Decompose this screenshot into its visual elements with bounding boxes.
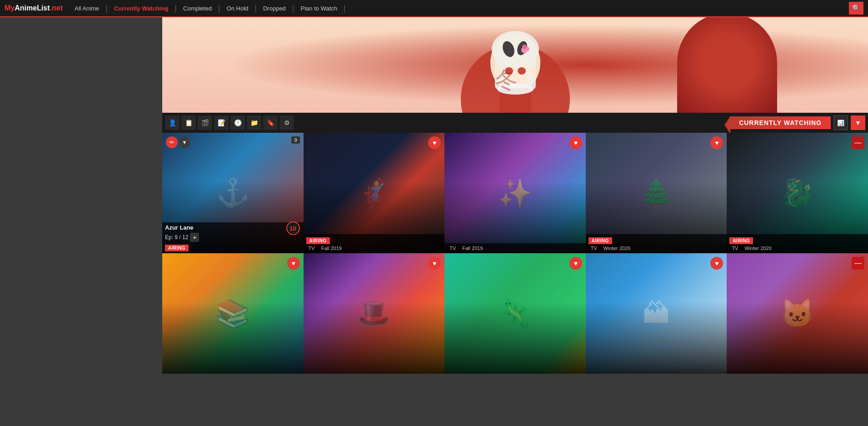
- card-overlay: [444, 133, 586, 253]
- toolbar-strip: 👤 📋 🎬 📝 🕐 📁 🔖 ⚙ CURRENTLY WATCHING 📊 ▼: [162, 113, 868, 133]
- nav-on-hold[interactable]: On Hold: [223, 5, 252, 12]
- episode-progress: Ep: 9 / 12: [165, 234, 188, 241]
- logo-my: My: [5, 4, 15, 12]
- page-layout: 冬 👤 📋 🎬 📝 🕐 📁 🔖 ⚙ CURRENTLY WATCHING 📊: [0, 17, 868, 426]
- svg-point-7: [529, 66, 536, 75]
- type-badge: TV: [729, 245, 740, 251]
- card-bottom-info: AIRING TV Fall 2019: [304, 234, 445, 253]
- toolbar-icons: 👤 📋 🎬 📝 🕐 📁 🔖 ⚙: [165, 115, 294, 130]
- toolbar-user-btn[interactable]: 👤: [165, 115, 180, 130]
- nav-currently-watching[interactable]: Currently Watching: [110, 5, 172, 12]
- anime-card[interactable]: 🐱 —: [727, 253, 868, 374]
- airing-badge: AIRING: [165, 245, 189, 251]
- meta-row: TV Winter 2020: [729, 245, 865, 251]
- toolbar-settings-btn[interactable]: ⚙: [279, 115, 294, 130]
- toolbar-right: CURRENTLY WATCHING 📊 ▼: [730, 115, 865, 130]
- status-row: AIRING: [306, 236, 442, 244]
- nav-sep-5: |: [292, 4, 294, 13]
- anime-card[interactable]: 📚 ♥: [162, 253, 304, 374]
- notification-badge: 9: [291, 136, 299, 144]
- favorite-button[interactable]: —: [852, 257, 864, 270]
- toolbar-folder-btn[interactable]: 📁: [247, 115, 261, 130]
- card-bottom-info: TV Fall 2019: [444, 243, 586, 253]
- card-overlay: [162, 253, 304, 374]
- favorite-button[interactable]: ♥: [569, 257, 582, 270]
- toolbar-filter-button[interactable]: ▼: [851, 115, 865, 130]
- card-overlay: [586, 253, 727, 374]
- anime-card[interactable]: 🦸 ♥ AIRING TV Fall 2019: [304, 133, 445, 253]
- nav-dropped[interactable]: Dropped: [259, 5, 289, 12]
- card-bottom-info: Azur Lane Ep: 9 / 12 + AIRING: [162, 222, 304, 253]
- card-overlay: [304, 253, 445, 374]
- favorite-button[interactable]: —: [852, 136, 864, 149]
- navbar-right: 🔍: [849, 2, 863, 15]
- status-row: AIRING: [589, 236, 724, 244]
- nav-sep-6: |: [344, 4, 346, 13]
- logo-anime: AnimeList: [15, 4, 50, 12]
- nav-sep-1: |: [105, 4, 108, 13]
- card-bottom-info: AIRING TV Winter 2020: [586, 234, 727, 253]
- status-row: AIRING: [165, 243, 301, 251]
- toolbar-list-btn[interactable]: 📋: [181, 115, 196, 130]
- season-badge: Fall 2019: [319, 245, 344, 251]
- status-row: AIRING: [729, 236, 865, 244]
- anime-card[interactable]: 🎩 ♥: [304, 253, 445, 374]
- anime-card[interactable]: 🏔 ♥: [586, 253, 727, 374]
- svg-text:冬: 冬: [495, 67, 518, 93]
- site-logo[interactable]: MyAnimeList.net: [5, 4, 63, 12]
- card-title-row: Azur Lane: [165, 224, 301, 232]
- banner-art: 冬: [424, 17, 606, 113]
- favorite-button[interactable]: ♥: [428, 257, 441, 270]
- season-badge: Winter 2020: [742, 245, 773, 251]
- logo-net: .net: [50, 4, 63, 12]
- toolbar-stats-button[interactable]: 📊: [833, 115, 848, 130]
- season-badge: Winter 2020: [601, 245, 633, 251]
- navbar: MyAnimeList.net All Anime | Currently Wa…: [0, 0, 868, 17]
- type-badge: TV: [447, 245, 458, 251]
- favorite-button[interactable]: ♥: [428, 136, 441, 149]
- toolbar-bookmark-btn[interactable]: 🔖: [263, 115, 278, 130]
- anime-card[interactable]: 🌲 ♥ AIRING TV Winter 2020: [586, 133, 727, 253]
- favorite-button[interactable]: ♥: [287, 257, 300, 270]
- stats-icon: 📊: [837, 120, 844, 126]
- nav-plan-to-watch[interactable]: Plan to Watch: [297, 5, 341, 12]
- score-circle: 10: [286, 221, 300, 235]
- card-title: Azur Lane: [165, 224, 194, 231]
- meta-row: TV Fall 2019: [447, 245, 583, 251]
- nav-completed[interactable]: Completed: [180, 5, 215, 12]
- toolbar-video-btn[interactable]: 🎬: [198, 115, 212, 130]
- anime-card[interactable]: 🦎 ♥: [444, 253, 586, 374]
- toolbar-history-btn[interactable]: 🕐: [230, 115, 245, 130]
- card-bottom-info: AIRING TV Winter 2020: [727, 234, 868, 253]
- dropdown-button[interactable]: ▼: [179, 136, 190, 148]
- search-icon: 🔍: [852, 4, 861, 12]
- anime-card[interactable]: ✨ ♥ TV Fall 2019: [444, 133, 586, 253]
- type-badge: TV: [306, 245, 317, 251]
- filter-icon: ▼: [855, 119, 861, 126]
- airing-badge: AIRING: [729, 237, 753, 244]
- favorite-button[interactable]: ♥: [569, 136, 582, 149]
- nav-all-anime[interactable]: All Anime: [71, 5, 103, 12]
- toolbar-notes-btn[interactable]: 📝: [214, 115, 229, 130]
- svg-point-14: [522, 45, 527, 49]
- airing-badge: AIRING: [306, 237, 330, 244]
- anime-grid: ⚓ ✏ ▼ 9 Azur Lane Ep: 9 / 12 + AIRING: [162, 133, 868, 374]
- search-button[interactable]: 🔍: [849, 2, 863, 15]
- type-badge: TV: [589, 245, 599, 251]
- card-overlay: [444, 253, 586, 374]
- nav-sep-3: |: [218, 4, 220, 13]
- edit-button[interactable]: ✏: [166, 136, 178, 148]
- currently-watching-label: CURRENTLY WATCHING: [730, 116, 831, 129]
- episode-add-button[interactable]: +: [190, 233, 199, 242]
- profile-banner: 冬: [162, 17, 868, 113]
- meta-row: TV Fall 2019: [306, 245, 442, 251]
- anime-card[interactable]: 🐉 — AIRING TV Winter 2020: [727, 133, 868, 253]
- anime-card[interactable]: ⚓ ✏ ▼ 9 Azur Lane Ep: 9 / 12 + AIRING: [162, 133, 304, 253]
- svg-point-9: [518, 67, 526, 75]
- card-meta-row: Ep: 9 / 12 +: [165, 233, 301, 242]
- season-badge: Fall 2019: [460, 245, 485, 251]
- airing-badge: AIRING: [589, 237, 612, 244]
- main-content: 冬 👤 📋 🎬 📝 🕐 📁 🔖 ⚙ CURRENTLY WATCHING 📊: [162, 17, 868, 426]
- sidebar: [0, 17, 162, 426]
- nav-sep-2: |: [175, 4, 177, 13]
